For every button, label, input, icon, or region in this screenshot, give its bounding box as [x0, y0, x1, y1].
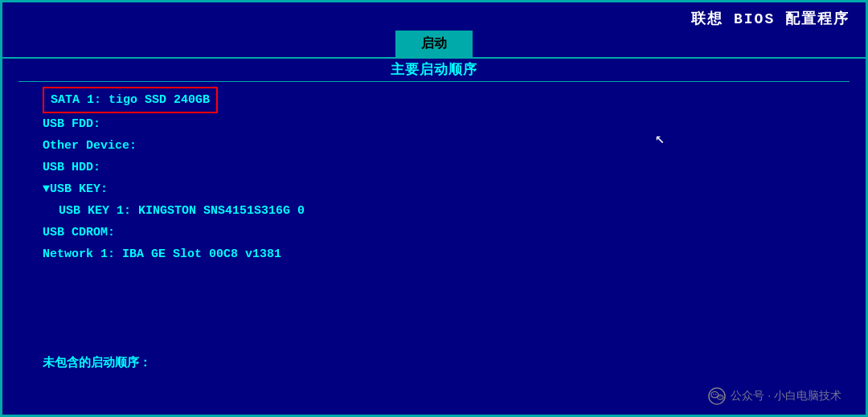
section-title: 主要启动顺序 [2, 60, 866, 79]
boot-item-usb-key-1[interactable]: USB KEY 1: KINGSTON SNS4151S316G 0 [43, 200, 825, 222]
svg-point-2 [718, 395, 723, 400]
svg-point-5 [719, 396, 719, 397]
divider [18, 81, 850, 82]
boot-item-network[interactable]: Network 1: IBA GE Slot 00C8 v1381 [43, 243, 825, 265]
svg-point-4 [715, 394, 716, 395]
bios-title: 联想 BIOS 配置程序 [691, 9, 850, 28]
bios-screen: 联想 BIOS 配置程序 启动 主要启动顺序 ↖ SATA 1: tigo SS… [0, 0, 868, 417]
svg-point-6 [721, 396, 722, 397]
tab-boot[interactable]: 启动 [395, 31, 473, 57]
not-included-label: 未包含的启动顺序： [43, 355, 151, 370]
wechat-icon [708, 387, 726, 405]
tab-bar: 启动 [2, 31, 866, 59]
svg-point-3 [713, 394, 714, 395]
boot-item-usb-cdrom[interactable]: USB CDROM: [43, 222, 825, 243]
boot-item-usb-key[interactable]: ▼USB KEY: [43, 178, 825, 200]
boot-item-sata[interactable]: SATA 1: tigo SSD 240GB [43, 87, 825, 113]
boot-item-usb-fdd[interactable]: USB FDD: [43, 113, 825, 135]
boot-item-other-device[interactable]: Other Device: [43, 135, 825, 157]
watermark-text: 公众号 · 小白电脑技术 [731, 389, 841, 403]
boot-list: SATA 1: tigo SSD 240GB USB FDD: Other De… [43, 87, 825, 265]
watermark: 公众号 · 小白电脑技术 [708, 387, 841, 405]
boot-item-usb-hdd[interactable]: USB HDD: [43, 157, 825, 178]
